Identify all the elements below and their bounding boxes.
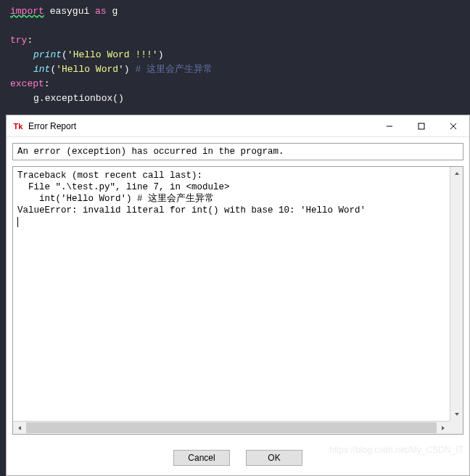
svg-marker-7 [442, 426, 445, 430]
traceback-text[interactable]: Traceback (most recent call last): File … [13, 167, 463, 434]
vertical-scrollbar[interactable] [450, 167, 463, 421]
code-line-blank [10, 19, 470, 33]
scroll-corner [450, 421, 463, 434]
cancel-button[interactable]: Cancel [173, 450, 230, 466]
close-button[interactable] [437, 115, 469, 136]
keyword-import: import [10, 6, 44, 17]
code-line-3: try: [10, 33, 470, 48]
traceback-box[interactable]: Traceback (most recent call last): File … [12, 166, 463, 435]
svg-rect-1 [419, 123, 424, 129]
scroll-up-icon[interactable] [450, 167, 463, 180]
button-row: Cancel OK [12, 440, 463, 475]
scroll-right-icon[interactable] [437, 422, 450, 434]
scroll-thumb[interactable] [26, 422, 437, 433]
svg-marker-5 [455, 413, 459, 416]
svg-marker-4 [455, 172, 459, 175]
dialog-title: Error Report [28, 121, 374, 131]
scroll-left-icon[interactable] [13, 422, 26, 434]
code-line-6: except: [10, 77, 470, 91]
title-buttons [374, 115, 469, 136]
minimize-button[interactable] [374, 115, 405, 136]
code-line-7: g.exceptionbox() [10, 91, 470, 106]
text-cursor [17, 217, 18, 227]
code-line-4: print('Hello Word !!!') [10, 48, 470, 62]
dialog-body: An error (exception) has occurred in the… [7, 137, 469, 475]
code-editor: import easygui as g try: print('Hello Wo… [0, 0, 470, 106]
maximize-button[interactable] [405, 115, 437, 136]
titlebar[interactable]: Tk Error Report [7, 115, 469, 137]
svg-marker-6 [18, 426, 21, 430]
code-line-1: import easygui as g [10, 4, 470, 19]
tk-icon: Tk [12, 120, 24, 132]
error-report-dialog: Tk Error Report An error (exception) has… [6, 115, 470, 476]
horizontal-scrollbar[interactable] [13, 421, 450, 434]
message-box[interactable]: An error (exception) has occurred in the… [12, 143, 463, 160]
scroll-down-icon[interactable] [450, 408, 463, 421]
ok-button[interactable]: OK [246, 450, 302, 466]
code-line-5: int('Hello Word') # 这里会产生异常 [10, 62, 470, 77]
